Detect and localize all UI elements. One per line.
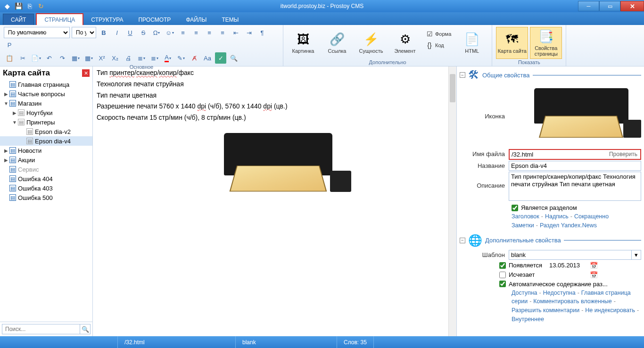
close-pane-icon[interactable]: ✕ (82, 69, 90, 77)
sitemap-button[interactable]: 🗺Карта сайта (496, 27, 528, 59)
maximize-button[interactable]: ▭ (599, 1, 620, 11)
tab-page[interactable]: СТРАНИЦА (36, 13, 83, 25)
underline-icon[interactable]: U (124, 27, 136, 38)
collapse-extra-icon[interactable]: − (460, 238, 465, 243)
align-justify-icon[interactable]: ≡ (217, 27, 228, 38)
element-button[interactable]: ⚙Элемент (389, 27, 421, 59)
filename-input[interactable] (510, 150, 606, 159)
case-icon[interactable]: Aa (202, 52, 213, 64)
appears-checkbox[interactable] (499, 262, 506, 269)
tree-node[interactable]: ▤Ошибка 500 (0, 193, 92, 202)
align-center-icon[interactable]: ≡ (190, 27, 202, 38)
prop-link[interactable]: Надпись (545, 213, 569, 220)
link-button[interactable]: 🔗Ссылка (321, 27, 353, 59)
outdent-icon[interactable]: ⇤ (230, 27, 241, 38)
title-input[interactable] (509, 161, 641, 171)
copy-icon[interactable]: ⎘ (25, 2, 34, 10)
font-color-icon[interactable]: A (162, 52, 173, 64)
code-button[interactable]: {}Код (423, 40, 454, 50)
desc-textarea[interactable] (509, 172, 641, 201)
picture-button[interactable]: 🖼Картинка (287, 27, 319, 59)
close-button[interactable]: ✕ (620, 1, 644, 11)
bullet-list-icon[interactable]: ≣ (136, 52, 147, 64)
tree-node[interactable]: ▤Сервис (0, 165, 92, 174)
prop-link[interactable]: Раздел Yandex.News (540, 222, 597, 229)
tree-node[interactable]: ▶▤Частые вопросы (0, 89, 92, 99)
align-right-icon[interactable]: ≡ (204, 27, 215, 38)
tree-node[interactable]: ▼▤Принтеры (0, 117, 92, 127)
entity-button[interactable]: ⚡Сущность (355, 27, 387, 59)
tab-site[interactable]: САЙТ (3, 14, 34, 25)
redo-icon[interactable]: ↷ (57, 52, 68, 64)
align-left-icon[interactable]: ≡ (177, 27, 189, 38)
tab-structure[interactable]: СТРУКТУРА (83, 14, 131, 25)
disappears-checkbox[interactable] (499, 272, 506, 278)
spellcheck-icon[interactable]: ✓ (215, 52, 226, 64)
prop-link[interactable]: Комментировать вложенные (533, 298, 611, 305)
highlight-icon[interactable]: ✎ (175, 52, 187, 64)
omega-icon[interactable]: Ω (151, 27, 162, 38)
html-button[interactable]: 📄HTML (456, 27, 488, 59)
prop-link[interactable]: Недоступна (543, 290, 576, 296)
cut-icon[interactable]: ✂ (17, 52, 28, 64)
emoji-icon[interactable]: ☺ (164, 27, 175, 38)
tree-node[interactable]: ▼▤Магазин (0, 99, 92, 108)
prop-link[interactable]: Сокращенно (574, 213, 609, 220)
superscript-icon[interactable]: X² (96, 52, 107, 64)
tree-node[interactable]: ▤Ошибка 403 (0, 183, 92, 193)
paste-icon[interactable]: 📋 (4, 52, 15, 64)
undo-icon[interactable]: ↶ (43, 52, 55, 64)
tab-files[interactable]: ФАЙЛЫ (178, 14, 214, 25)
calendar-icon[interactable]: 📅 (590, 262, 598, 269)
prop-link[interactable]: Заметки (512, 222, 534, 229)
tree-node[interactable]: ▤Главная страница (0, 80, 92, 89)
prop-link[interactable]: Заголовок (512, 213, 539, 220)
search-input[interactable] (2, 324, 80, 334)
tree-node[interactable]: ▶▤Ноутбуки (0, 108, 92, 117)
table2-icon[interactable]: ▦ (83, 52, 94, 64)
style2-dropdown[interactable]: По ум (72, 27, 96, 38)
template-dropdown-icon[interactable]: ▾ (632, 250, 641, 260)
num-list-icon[interactable]: ≣ (149, 52, 160, 64)
tree-node[interactable]: ▶▤Новости (0, 146, 92, 155)
subscript-icon[interactable]: X₂ (109, 52, 121, 64)
prop-link[interactable]: Разрешить комментарии (512, 307, 579, 314)
tab-preview[interactable]: ПРОСМОТР (131, 14, 178, 25)
indent-icon[interactable]: ⇥ (243, 27, 255, 38)
style-dropdown[interactable]: По умолчанию (4, 27, 70, 38)
find-icon[interactable]: 🔍 (228, 52, 239, 64)
pilcrow-icon[interactable]: ¶ (256, 27, 268, 38)
table-icon[interactable]: ▦ (70, 52, 81, 64)
clear-format-icon[interactable]: A̸ (189, 52, 200, 64)
refresh-icon[interactable]: ↻ (37, 2, 45, 10)
collapse-general-icon[interactable]: − (460, 72, 465, 78)
editor-scrollbar[interactable] (448, 66, 456, 336)
site-tree[interactable]: ▤Главная страница▶▤Частые вопросы▼▤Магаз… (0, 80, 92, 322)
pageprops-button[interactable]: 📑Свойства страницы (530, 27, 562, 59)
strike-icon[interactable]: S (138, 27, 149, 38)
paragraph-icon[interactable]: P (4, 39, 15, 50)
section-checkbox[interactable] (512, 205, 518, 211)
autocontent-checkbox[interactable] (499, 281, 506, 287)
template-input[interactable] (509, 250, 632, 260)
minimize-button[interactable]: ─ (578, 1, 599, 11)
italic-icon[interactable]: I (111, 27, 123, 38)
save-icon[interactable]: 💾 (14, 2, 23, 10)
check-filename-button[interactable]: Проверить (606, 150, 640, 159)
bold-icon[interactable]: B (98, 27, 109, 38)
prop-link[interactable]: Внутреннее (512, 316, 544, 323)
tree-node[interactable]: ▤Epson dia-v4 (0, 136, 92, 146)
form-button[interactable]: ☑Форма (423, 29, 454, 39)
tab-themes[interactable]: ТЕМЫ (214, 14, 246, 25)
print-icon[interactable]: 🖨 (123, 52, 134, 64)
tree-node[interactable]: ▤Ошибка 404 (0, 174, 92, 183)
tree-node[interactable]: ▤Epson dia-v2 (0, 127, 92, 136)
prop-link[interactable]: Не индексировать (585, 307, 635, 314)
calendar-icon[interactable]: 📅 (590, 271, 598, 279)
search-icon[interactable]: 🔍 (80, 324, 91, 334)
icon-thumbnail[interactable] (530, 84, 641, 148)
content-editor[interactable]: Тип принтер/сканер/копир/факс Технология… (93, 66, 448, 336)
prop-link[interactable]: Доступна (512, 290, 537, 296)
copy-btn-icon[interactable]: 📄 (30, 52, 41, 64)
tree-node[interactable]: ▶▤Акции (0, 155, 92, 165)
